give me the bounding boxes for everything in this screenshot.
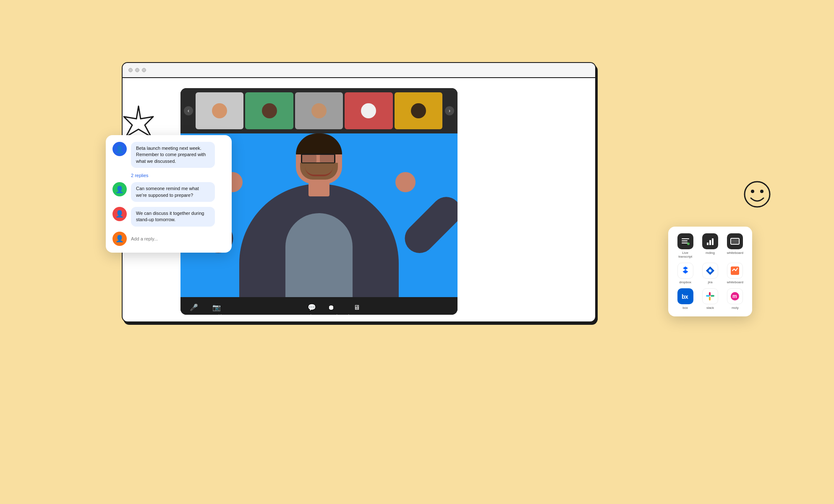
browser-dot-1 [128,68,133,72]
app-whiteboard[interactable]: whiteboard [725,233,745,259]
live-transcript-icon [677,233,693,249]
app-poly[interactable]: m moly [725,288,745,310]
dropbox-label: dropbox [679,280,691,284]
svg-rect-8 [709,240,711,245]
app-mding[interactable]: mding [700,233,720,259]
record-icon: ⏺ [326,303,336,313]
chat-bubble-1: Beta launch meeting next week. Remember … [131,142,215,168]
svg-rect-19 [711,295,714,297]
participant-thumb-3 [295,92,343,129]
stop-video-button[interactable]: 📷 Stop Video [207,303,226,315]
chat-thread-avatar-1: 👤 [112,182,127,196]
share-screen-label: Share screen [346,314,369,315]
svg-rect-11 [732,239,738,243]
whiteboard-icon [727,233,743,249]
share-icon: 🖥 [352,303,362,313]
star-decoration [122,104,155,138]
slack-icon [702,288,718,304]
svg-point-0 [745,182,770,207]
svg-point-1 [751,190,754,193]
chat-button[interactable]: 💬 Chat [307,303,317,315]
record-label: Record [325,314,337,315]
browser-titlebar [123,63,595,78]
whiteboard2-label: whiteboard [727,280,743,284]
mding-label: mding [706,251,715,255]
jira-label: jira [708,280,713,284]
svg-text:x: x [685,293,688,300]
box-label: box [682,306,688,310]
chat-thread-message-2: 👤 We can discuss it together during stan… [112,207,225,227]
participants-strip: ‹ › [180,88,458,133]
chat-icon: 💬 [307,303,317,313]
app-jira[interactable]: jira [700,263,720,284]
app-whiteboard2[interactable]: whiteboard [725,263,745,284]
mute-label: Mute [190,314,198,315]
browser-dot-2 [135,68,139,72]
camera-icon: 📷 [212,303,222,313]
mute-button[interactable]: 🎤 Mute [189,303,199,315]
chat-panel: 👤 Beta launch meeting next week. Remembe… [106,135,232,253]
svg-text:m: m [732,293,737,299]
live-transcript-label: Live transcript [675,251,695,259]
chat-avatar-1: 👤 [112,142,127,156]
stop-video-label: Stop Video [207,314,226,315]
svg-rect-18 [706,295,710,297]
presenter-figure [197,138,441,297]
svg-rect-7 [707,243,709,245]
meeting-toolbar: 🎤 Mute 📷 Stop Video 💬 Chat ⏺ Record 🖥 Sh… [180,297,458,315]
participant-thumb-4 [345,92,392,129]
mding-icon [702,233,718,249]
jira-icon [702,263,718,279]
browser-dot-3 [142,68,146,72]
apps-panel: Live transcript mding whiteboard dropbox [668,227,752,316]
participant-thumb-5 [395,92,442,129]
poly-icon: m [727,288,743,304]
whiteboard2-icon [727,263,743,279]
chat-thread-message-1: 👤 Can someone remind me what we're suppo… [112,182,225,202]
share-screen-button[interactable]: 🖥 Share screen [346,303,369,315]
participant-thumb-1 [196,92,243,129]
chat-thread-bubble-2: We can discuss it together during stand-… [131,207,215,227]
chat-label: Chat [308,314,316,315]
app-slack[interactable]: slack [700,288,720,310]
svg-point-6 [687,243,690,245]
app-live-transcript[interactable]: Live transcript [675,233,695,259]
mic-icon: 🎤 [189,303,199,313]
record-button[interactable]: ⏺ Record [325,303,337,315]
svg-rect-17 [709,297,711,300]
whiteboard-label: whiteboard [727,251,743,255]
svg-rect-4 [682,240,688,241]
chat-thread-bubble-1: Can someone remind me what we're suppose… [131,182,215,202]
app-box[interactable]: bx box [675,288,695,310]
chat-reply-input[interactable] [131,236,225,241]
poly-label: moly [732,306,739,310]
chat-thread-avatar-2: 👤 [112,207,127,221]
apps-grid: Live transcript mding whiteboard dropbox [675,233,745,310]
svg-point-12 [709,269,711,272]
strip-prev-button[interactable]: ‹ [184,106,193,115]
toolbar-center: 💬 Chat ⏺ Record 🖥 Share screen [307,303,369,315]
chat-message-1: 👤 Beta launch meeting next week. Remembe… [112,142,225,168]
chat-replies-label[interactable]: 2 replies [131,173,225,178]
chat-input-row: 👤 [112,232,225,246]
dropbox-icon [677,263,693,279]
toolbar-left: 🎤 Mute 📷 Stop Video [189,303,226,315]
svg-rect-9 [712,238,714,245]
svg-point-2 [760,190,763,193]
app-dropbox[interactable]: dropbox [675,263,695,284]
strip-next-button[interactable]: › [445,106,454,115]
slack-label: slack [706,306,714,310]
participant-thumb-2 [245,92,293,129]
chat-reply-avatar: 👤 [112,232,127,246]
smiley-decoration [742,180,772,209]
box-icon: bx [677,288,693,304]
svg-rect-3 [682,238,689,239]
